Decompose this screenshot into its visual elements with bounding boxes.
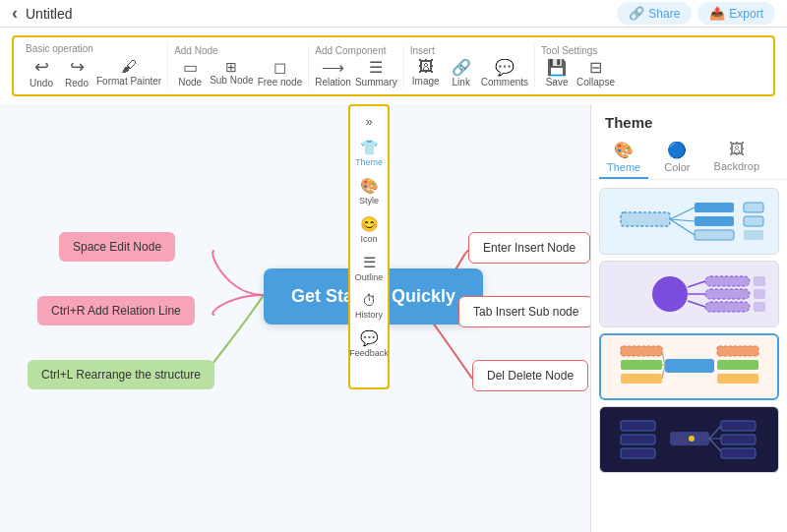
svg-rect-1 — [695, 203, 734, 212]
backdrop-tab-icon: 🖼 — [729, 141, 745, 158]
theme-card-3[interactable] — [599, 333, 779, 400]
svg-rect-0 — [621, 212, 670, 226]
main-area: Get Started Quickly Space Edit Node Ctrl… — [0, 104, 787, 532]
toolbar-group-basic: Basic operation ↩ Undo ↪ Redo 🖌 Format P… — [20, 43, 168, 89]
header-bar: ‹ Untitled 🔗 Share 📤 Export — [0, 0, 787, 28]
tab-backdrop[interactable]: 🖼 Backdrop — [706, 137, 767, 179]
svg-rect-39 — [721, 448, 756, 458]
toolbar: Basic operation ↩ Undo ↪ Redo 🖌 Format P… — [12, 35, 775, 96]
svg-line-36 — [709, 439, 721, 451]
panel-feedback-button[interactable]: 💬 Feedback — [350, 325, 388, 362]
panel-style-button[interactable]: 🎨 Style — [350, 173, 388, 209]
svg-line-6 — [670, 219, 695, 235]
svg-rect-27 — [717, 346, 758, 356]
theme-card-4[interactable] — [599, 406, 779, 473]
share-button[interactable]: 🔗 Share — [617, 2, 692, 25]
canvas[interactable]: Get Started Quickly Space Edit Node Ctrl… — [0, 104, 590, 532]
sidebar-title: Theme — [591, 104, 787, 137]
svg-rect-20 — [665, 359, 714, 373]
svg-rect-9 — [744, 230, 763, 240]
node-tab-insert[interactable]: Tab Insert Sub node — [458, 296, 590, 327]
panel-expand-button[interactable]: » — [365, 110, 372, 133]
svg-rect-22 — [621, 360, 662, 370]
redo-button[interactable]: ↪ Redo — [61, 56, 92, 89]
svg-rect-7 — [744, 203, 763, 212]
theme-card-2[interactable] — [599, 261, 779, 327]
svg-point-10 — [652, 276, 688, 312]
svg-rect-2 — [695, 216, 734, 226]
theme-sidebar: Theme 🎨 Theme 🔵 Color 🖼 Backdrop — [590, 104, 787, 532]
svg-point-40 — [689, 436, 695, 442]
svg-rect-18 — [754, 289, 765, 299]
node-ctrl-r[interactable]: Ctrl+R Add Relation Line — [37, 296, 195, 325]
node-enter-insert[interactable]: Enter Insert Node — [468, 232, 590, 264]
svg-rect-29 — [717, 374, 758, 384]
svg-rect-23 — [621, 374, 662, 384]
page-title: Untitled — [26, 6, 72, 22]
summary-button[interactable]: ☰ Summary — [355, 58, 397, 88]
svg-line-4 — [670, 207, 695, 219]
panel-outline-button[interactable]: ☰ Outline — [350, 250, 388, 286]
svg-rect-31 — [621, 435, 655, 444]
svg-rect-8 — [744, 216, 763, 226]
node-button[interactable]: ▭ Node — [174, 58, 206, 88]
svg-line-24 — [662, 351, 665, 366]
node-space-edit[interactable]: Space Edit Node — [59, 232, 175, 262]
svg-line-11 — [688, 281, 705, 287]
link-button[interactable]: 🔗 Link — [446, 58, 477, 88]
color-tab-icon: 🔵 — [667, 141, 687, 159]
svg-rect-32 — [621, 448, 655, 458]
toolbar-group-insert: Insert 🖼 Image 🔗 Link 💬 Comments — [404, 45, 535, 88]
toolbar-group-add-node: Add Node ▭ Node ⊞ Sub Node ◻ Free node — [168, 45, 309, 88]
side-panel: » 👕 Theme 🎨 Style 😊 Icon ☰ Outline ⏱ His… — [348, 104, 390, 389]
svg-rect-38 — [721, 435, 756, 444]
save-button[interactable]: 💾 Save — [541, 58, 573, 88]
export-button[interactable]: 📤 Export — [697, 2, 775, 25]
toolbar-group-tool-settings: Tool Settings 💾 Save ⊟ Collapse — [535, 45, 621, 88]
svg-rect-3 — [695, 230, 734, 240]
relation-button[interactable]: ⟶ Relation — [315, 58, 351, 88]
tab-theme[interactable]: 🎨 Theme — [599, 137, 648, 179]
svg-rect-21 — [621, 346, 662, 356]
svg-rect-19 — [754, 302, 765, 312]
tab-color[interactable]: 🔵 Color — [656, 137, 697, 179]
sidebar-tabs: 🎨 Theme 🔵 Color 🖼 Backdrop — [591, 137, 787, 180]
panel-icon-button[interactable]: 😊 Icon — [350, 211, 388, 248]
toolbar-area: Basic operation ↩ Undo ↪ Redo 🖌 Format P… — [0, 28, 787, 104]
undo-button[interactable]: ↩ Undo — [26, 56, 57, 89]
theme-card-1[interactable] — [599, 188, 779, 255]
svg-rect-14 — [705, 276, 750, 286]
free-node-button[interactable]: ◻ Free node — [258, 58, 303, 88]
node-del-node[interactable]: Del Delete Node — [472, 360, 588, 391]
svg-rect-16 — [705, 302, 750, 312]
svg-rect-37 — [721, 421, 756, 431]
svg-line-13 — [688, 301, 705, 307]
svg-rect-17 — [754, 276, 765, 286]
toolbar-group-add-component: Add Component ⟶ Relation ☰ Summary — [309, 45, 404, 88]
collapse-button[interactable]: ⊟ Collapse — [576, 58, 615, 88]
theme-tab-icon: 🎨 — [614, 141, 634, 159]
theme-grid — [591, 180, 787, 481]
svg-rect-30 — [621, 421, 655, 431]
svg-line-26 — [662, 366, 665, 379]
panel-theme-button[interactable]: 👕 Theme — [350, 135, 388, 171]
back-button[interactable]: ‹ — [12, 3, 18, 24]
svg-rect-15 — [705, 289, 750, 299]
node-ctrl-l[interactable]: Ctrl+L Rearrange the structure — [28, 360, 214, 389]
panel-history-button[interactable]: ⏱ History — [350, 288, 388, 324]
svg-rect-28 — [717, 360, 758, 370]
comments-button[interactable]: 💬 Comments — [481, 58, 528, 88]
sub-node-button[interactable]: ⊞ Sub Node — [210, 59, 253, 86]
image-button[interactable]: 🖼 Image — [410, 58, 442, 87]
svg-line-34 — [709, 426, 721, 439]
format-painter-button[interactable]: 🖌 Format Painter — [96, 58, 161, 87]
